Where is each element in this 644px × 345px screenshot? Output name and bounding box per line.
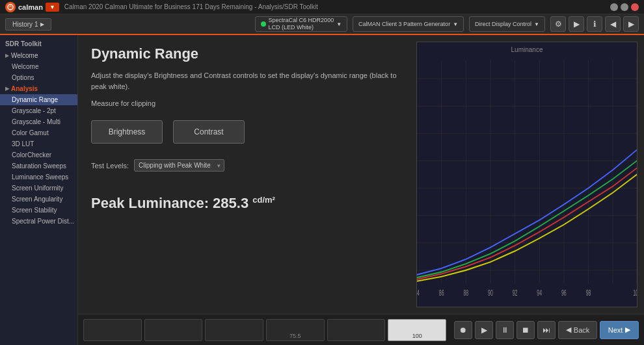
next-nav-icon: ▶ — [625, 326, 630, 334]
measure-text: Measure for clipping — [91, 99, 397, 107]
luminance-chart: 84 86 88 90 92 94 96 98 100 — [417, 42, 637, 307]
display-control-label: Direct Display Control — [475, 21, 531, 27]
back-nav-label: Back — [574, 326, 589, 334]
back-nav-icon: ◀ — [566, 326, 571, 334]
svg-text:98: 98 — [586, 288, 591, 298]
sidebar-analysis-label: Analysis — [11, 85, 38, 92]
forward-icon-btn[interactable]: ▶ — [623, 16, 639, 32]
right-panel: Luminance — [410, 35, 644, 314]
app-logo: calman ▼ — [5, 2, 59, 12]
test-levels-select-wrapper[interactable]: Clipping with Peak White Full Range Cust… — [134, 159, 224, 172]
svg-text:94: 94 — [537, 288, 542, 298]
test-levels-label: Test Levels: — [91, 162, 129, 170]
nav-buttons: ⏺ ▶ ⏸ ⏹ ⏭ ◀ Back Next ▶ — [454, 321, 639, 339]
strip-cell-4 — [327, 319, 386, 341]
calman-client-btn[interactable]: CalMAN Client 3 Pattern Generator ▼ — [353, 16, 464, 32]
svg-point-0 — [8, 5, 13, 10]
sidebar-title: SDR Toolkit — [0, 38, 77, 50]
next-nav-label: Next — [608, 326, 623, 334]
spectra-device-arrow: ▼ — [336, 21, 342, 27]
test-levels-select[interactable]: Clipping with Peak White Full Range Cust… — [134, 159, 224, 172]
chart-title: Luminance — [511, 46, 543, 53]
skip-btn[interactable]: ⏭ — [537, 321, 556, 339]
sidebar-item-screen-uniformity[interactable]: Screen Uniformity — [0, 183, 77, 194]
svg-text:90: 90 — [488, 288, 493, 298]
sidebar-item-welcome[interactable]: Welcome — [0, 61, 77, 72]
strip-cell-0 — [83, 319, 142, 341]
sidebar: SDR Toolkit ▶ Welcome Welcome Options ▶ … — [0, 35, 78, 345]
sidebar-item-screen-angularity[interactable]: Screen Angularity — [0, 194, 77, 205]
record-btn[interactable]: ⏺ — [454, 321, 472, 339]
strip-cell-3-label: 75.5 — [289, 333, 301, 339]
sidebar-item-saturation-sweeps[interactable]: Saturation Sweeps — [0, 160, 77, 172]
display-control-btn[interactable]: Direct Display Control ▼ — [469, 16, 545, 32]
chart-container: Luminance — [416, 42, 637, 307]
brightness-button[interactable]: Brightness — [91, 120, 163, 144]
svg-text:92: 92 — [513, 288, 518, 298]
app-logo-text: calman — [18, 3, 43, 11]
svg-text:96: 96 — [561, 288, 567, 298]
back-nav-btn[interactable]: ◀ Back — [558, 321, 597, 339]
history-tab-label: History 1 — [12, 21, 38, 28]
analysis-arrow-icon: ▶ — [5, 86, 9, 92]
sidebar-item-colorchecker[interactable]: ColorChecker — [0, 149, 77, 160]
peak-luminance-unit: cd/m² — [252, 195, 275, 205]
sidebar-item-3d-lut[interactable]: 3D LUT — [0, 138, 77, 149]
sidebar-item-grayscale-multi[interactable]: Grayscale - Multi — [0, 116, 77, 127]
page-title: Dynamic Range — [91, 45, 397, 62]
contrast-button[interactable]: Contrast — [173, 120, 245, 144]
svg-text:84: 84 — [417, 288, 420, 298]
app-title: Calman 2020 Calman Ultimate for Business… — [64, 3, 610, 10]
sidebar-item-screen-stability[interactable]: Screen Stability — [0, 205, 77, 216]
sidebar-welcome-label: Welcome — [11, 52, 38, 59]
back-icon-btn[interactable]: ◀ — [605, 16, 621, 32]
maximize-btn[interactable] — [621, 3, 628, 11]
sidebar-section-welcome[interactable]: ▶ Welcome — [0, 50, 77, 61]
close-btn[interactable] — [631, 3, 639, 11]
peak-luminance-label: Peak Luminance: — [91, 195, 213, 211]
sidebar-item-spectral-power[interactable]: Spectral Power Dist... — [0, 216, 77, 227]
sidebar-item-grayscale-2pt[interactable]: Grayscale - 2pt — [0, 105, 77, 116]
left-panel: Dynamic Range Adjust the display's Brigh… — [78, 35, 410, 314]
window-controls — [610, 3, 639, 11]
stop-btn[interactable]: ⏹ — [517, 321, 535, 339]
info-icon-btn[interactable]: ℹ — [587, 16, 602, 32]
bottom-strip: 75.5 100 ⏺ ▶ ⏸ ⏹ ⏭ ◀ Back Next ▶ — [78, 314, 644, 345]
title-bar: calman ▼ Calman 2020 Calman Ultimate for… — [0, 0, 644, 14]
svg-text:100: 100 — [633, 288, 637, 298]
svg-text:86: 86 — [439, 288, 444, 298]
sidebar-item-color-gamut[interactable]: Color Gamut — [0, 127, 77, 138]
svg-text:88: 88 — [463, 288, 468, 298]
main-area: SDR Toolkit ▶ Welcome Welcome Options ▶ … — [0, 35, 644, 345]
menu-arrow[interactable]: ▼ — [46, 3, 59, 12]
strip-cell-100: 100 — [388, 319, 446, 341]
sidebar-item-luminance-sweeps[interactable]: Luminance Sweeps — [0, 172, 77, 183]
pause-btn[interactable]: ⏸ — [496, 321, 514, 339]
welcome-arrow-icon: ▶ — [5, 53, 9, 58]
minimize-btn[interactable] — [610, 3, 618, 11]
strip-cell-3: 75.5 — [266, 319, 325, 341]
calman-client-label: CalMAN Client 3 Pattern Generator — [358, 21, 450, 27]
toolbar: History 1 ▶ SpectraCal C6 HDR2000LCD (LE… — [0, 14, 644, 35]
test-levels-row: Test Levels: Clipping with Peak White Fu… — [91, 159, 397, 172]
display-control-arrow: ▼ — [534, 21, 539, 27]
calman-icon — [5, 2, 16, 12]
sidebar-section-analysis[interactable]: ▶ Analysis — [0, 83, 77, 94]
peak-luminance-value: 285.3 — [213, 195, 248, 211]
history-tab[interactable]: History 1 ▶ — [5, 18, 51, 31]
content-area: Dynamic Range Adjust the display's Brigh… — [78, 35, 644, 345]
sidebar-item-options[interactable]: Options — [0, 72, 77, 83]
settings-icon-btn[interactable]: ⚙ — [550, 16, 566, 32]
peak-luminance-display: Peak Luminance: 285.3 cd/m² — [91, 195, 397, 212]
spectra-device-btn[interactable]: SpectraCal C6 HDR2000LCD (LED White) ▼ — [255, 16, 347, 32]
play-icon-btn[interactable]: ▶ — [569, 16, 584, 32]
sidebar-item-dynamic-range[interactable]: Dynamic Range — [0, 94, 77, 105]
page-description: Adjust the display's Brightness and Cont… — [91, 70, 397, 92]
content-main: Dynamic Range Adjust the display's Brigh… — [78, 35, 644, 314]
next-nav-btn[interactable]: Next ▶ — [600, 321, 639, 339]
play-btn[interactable]: ▶ — [475, 321, 493, 339]
toolbar-icons: ⚙ ▶ ℹ ◀ ▶ — [550, 16, 639, 32]
strip-cell-100-label: 100 — [412, 333, 422, 339]
calman-client-arrow: ▼ — [453, 21, 458, 27]
spectra-device-label: SpectraCal C6 HDR2000LCD (LED White) — [269, 17, 334, 31]
